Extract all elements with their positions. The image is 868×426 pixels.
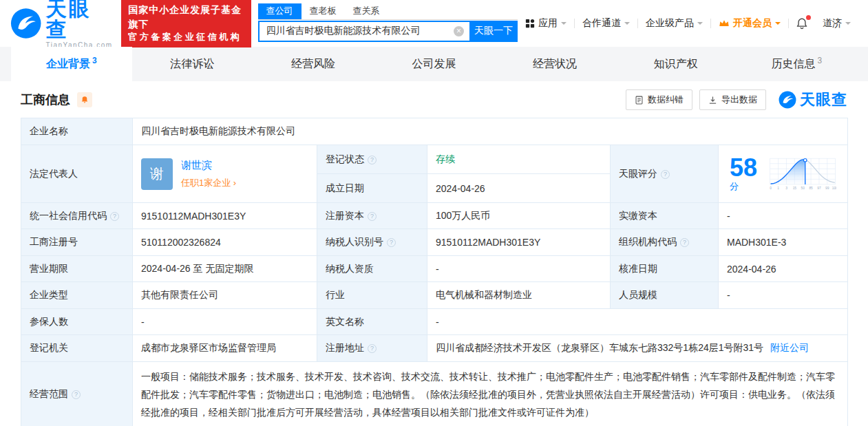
menu-cooperation-label: 合作通道 (582, 17, 621, 30)
tab-count: 3 (92, 56, 97, 65)
table-row: 企业名称 四川省吉时极电新能源技术有限公司 (21, 118, 848, 145)
tianyancha-logo[interactable]: 天眼查 TianYanCha.com (10, 0, 113, 49)
authority-label: 登记机关 (21, 335, 133, 362)
help-icon[interactable] (368, 156, 377, 164)
chevron-down-icon (775, 22, 781, 28)
tab-search-company[interactable]: 查公司 (258, 3, 301, 19)
search-input[interactable] (266, 25, 454, 36)
search-area: 查公司 查老板 查关系 天眼一下 (258, 6, 518, 42)
legal-rep-companies-link[interactable]: 任职1家企业 (181, 177, 236, 189)
english-name-value: - (427, 309, 848, 335)
industry-value: 电气机械和器材制造业 (427, 282, 611, 309)
score-cell: 58分 (719, 145, 848, 203)
tab-operational-risk[interactable]: 经营风险 (253, 47, 374, 81)
svg-text:3: 3 (785, 186, 787, 189)
legal-rep-name-link[interactable]: 谢世滨 (181, 159, 212, 171)
svg-text:50: 50 (801, 186, 805, 189)
help-icon[interactable] (110, 212, 119, 221)
status-badge: 存续 (436, 153, 455, 164)
help-icon[interactable] (72, 390, 81, 399)
section-title: 工商信息 (21, 92, 70, 108)
menu-vip-label: 开通会员 (733, 17, 772, 30)
tab-label: 历史信息 (771, 57, 815, 72)
menu-apps[interactable]: 应用 (518, 17, 574, 30)
tab-search-relation[interactable]: 查关系 (345, 3, 388, 19)
help-icon[interactable] (680, 238, 689, 247)
credit-code-value: 91510112MADH301E3Y (133, 203, 317, 229)
monitor-bell-button[interactable] (77, 92, 92, 107)
menu-apps-label: 应用 (538, 17, 558, 30)
user-menu[interactable]: 道济 (815, 17, 858, 30)
tab-company-development[interactable]: 公司发展 (374, 47, 495, 81)
score-label-text: 天眼评分 (619, 168, 657, 179)
badge-line2: 官方备案企业征信机构 (128, 31, 244, 44)
tab-count: 3 (817, 56, 822, 65)
table-row: 工商注册号 510112002326824 纳税人识别号 91510112MAD… (21, 229, 848, 256)
score-label: 天眼评分 (611, 145, 719, 203)
help-icon[interactable] (387, 238, 396, 247)
svg-text:1: 1 (777, 186, 779, 189)
svg-text:85: 85 (809, 186, 813, 189)
company-type-value: 其他有限责任公司 (133, 282, 317, 309)
nearby-companies-link[interactable]: 附近公司 (770, 342, 809, 353)
tab-history-info[interactable]: 历史信息 3 (736, 47, 857, 81)
tab-business-status[interactable]: 经营状况 (494, 47, 615, 81)
tab-company-background[interactable]: 企业背景 3 (11, 47, 132, 81)
scope-value: 一般项目：储能技术服务；技术服务、技术开发、技术咨询、技术交流、技术转让、技术推… (133, 362, 848, 426)
bell-icon (81, 96, 89, 104)
reg-status-label-text: 登记状态 (326, 153, 364, 164)
search-tabs: 查公司 查老板 查关系 (258, 6, 518, 20)
official-credit-badge: 国家中小企业发展子基金旗下 官方备案企业征信机构 (121, 0, 251, 47)
tab-legal-proceedings[interactable]: 法律诉讼 (132, 47, 253, 81)
org-code-value: MADH301E-3 (719, 229, 848, 256)
reg-capital-label: 注册资本 (317, 203, 427, 229)
data-correction-button[interactable]: 数据纠错 (626, 89, 692, 110)
authority-value: 成都市龙泉驿区市场监督管理局 (133, 335, 317, 362)
tab-label: 经营风险 (291, 57, 335, 72)
company-name-value: 四川省吉时极电新能源技术有限公司 (133, 118, 848, 145)
clear-search-icon[interactable] (454, 26, 464, 36)
company-nav-tabs: 企业背景 3 法律诉讼 经营风险 公司发展 经营状况 知识产权 历史信息 3 (0, 47, 868, 81)
top-menu: 应用 合作通道 企业级产品 开通会员 (518, 17, 858, 30)
menu-enterprise-label: 企业级产品 (646, 17, 694, 30)
tab-intellectual-property[interactable]: 知识产权 (615, 47, 737, 81)
notifications-bell[interactable] (789, 17, 815, 30)
svg-text:15: 15 (792, 186, 796, 189)
tab-label: 公司发展 (412, 57, 456, 72)
apps-grid-icon (525, 19, 535, 28)
legal-rep-cell: 谢 谢世滨 任职1家企业 (133, 145, 317, 203)
paid-capital-value: - (719, 203, 848, 229)
insured-count-value: - (133, 309, 317, 335)
tab-search-boss[interactable]: 查老板 (301, 3, 345, 19)
scope-label: 经营范围 (21, 362, 133, 426)
staff-size-label: 人员规模 (611, 282, 719, 309)
menu-enterprise-products[interactable]: 企业级产品 (638, 17, 710, 30)
watermark-text: 天眼查 (800, 89, 847, 110)
badge-line1: 国家中小企业发展子基金旗下 (128, 3, 244, 31)
est-date-label: 成立日期 (317, 174, 427, 203)
legal-rep-avatar[interactable]: 谢 (141, 158, 173, 190)
tab-label: 经营状况 (533, 57, 577, 72)
address-value: 四川省成都经济技术开发区（龙泉驿区）车城东七路332号1栋24层1号附31号 (436, 342, 763, 353)
table-row: 营业期限 2024-04-26 至 无固定期限 纳税人资质 - 核准日期 202… (21, 256, 848, 282)
menu-vip[interactable]: 开通会员 (711, 17, 788, 30)
reg-status-label: 登记状态 (317, 145, 427, 174)
logo-text: 天眼查 (45, 0, 113, 40)
search-button[interactable]: 天眼一下 (469, 21, 518, 42)
help-icon[interactable] (368, 212, 377, 221)
credit-code-label: 统一社会信用代码 (21, 203, 133, 229)
document-icon (635, 96, 644, 105)
export-data-button[interactable]: 导出数据 (699, 89, 766, 110)
top-header: 天眼查 TianYanCha.com 国家中小企业发展子基金旗下 官方备案企业征… (0, 0, 868, 47)
help-icon[interactable] (661, 170, 670, 179)
table-row: 统一社会信用代码 91510112MADH301E3Y 注册资本 100万人民币… (21, 203, 848, 229)
paid-capital-label: 实缴资本 (611, 203, 719, 229)
tab-label: 企业背景 (46, 57, 90, 72)
svg-text:97: 97 (817, 186, 821, 189)
help-icon[interactable] (368, 344, 377, 353)
svg-text:99: 99 (825, 186, 829, 189)
reg-status-value: 存续 (427, 145, 611, 174)
industry-label: 行业 (317, 282, 427, 309)
menu-cooperation[interactable]: 合作通道 (575, 17, 637, 30)
org-code-label: 组织机构代码 (611, 229, 719, 256)
